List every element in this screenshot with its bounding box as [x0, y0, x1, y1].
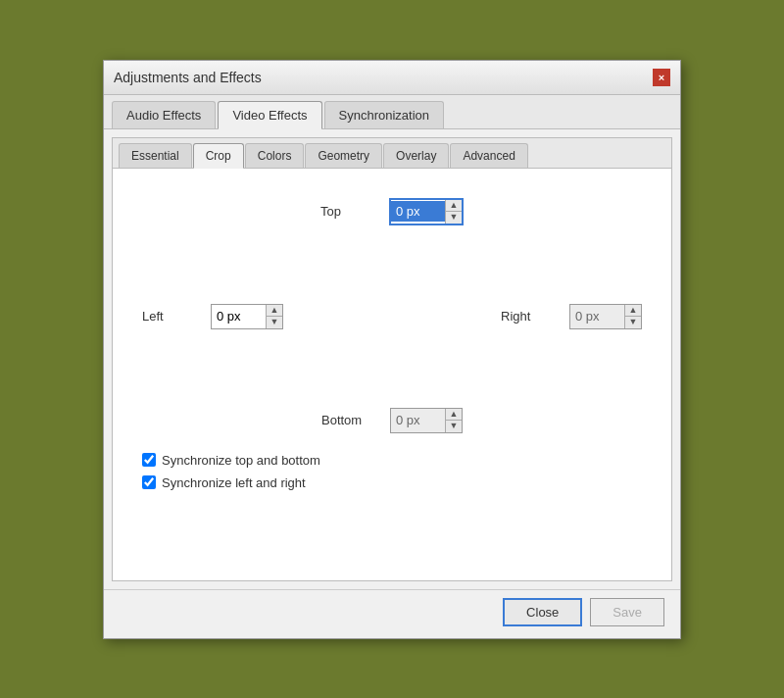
tab-synchronization[interactable]: Synchronization: [324, 101, 445, 128]
right-spinbox-down[interactable]: ▼: [625, 317, 641, 328]
tab-video-effects[interactable]: Video Effects: [218, 101, 321, 129]
bottom-label: Bottom: [321, 413, 380, 427]
dialog-footer: Close Save: [104, 589, 680, 638]
left-spinbox-down[interactable]: ▼: [267, 317, 282, 328]
bottom-field-row: Bottom ▲ ▼: [142, 408, 642, 433]
dialog-title: Adjustments and Effects: [114, 70, 262, 85]
left-field: Left ▲ ▼: [142, 304, 283, 329]
top-label: Top: [320, 204, 379, 219]
title-close-button[interactable]: ×: [653, 69, 670, 86]
bottom-spinbox-down[interactable]: ▼: [446, 421, 462, 432]
right-spinbox-up[interactable]: ▲: [625, 305, 641, 317]
content-area: Essential Crop Colors Geometry Overlay A…: [112, 137, 672, 581]
right-spinbox-buttons: ▲ ▼: [624, 305, 641, 328]
sync-top-bottom-label: Synchronize top and bottom: [162, 453, 320, 468]
left-spinbox-up[interactable]: ▲: [267, 305, 282, 317]
top-spinbox-down[interactable]: ▼: [446, 212, 462, 224]
left-label: Left: [142, 309, 201, 324]
bottom-spinbox[interactable]: ▲ ▼: [390, 408, 463, 433]
top-field-row: Top ▲ ▼: [142, 198, 642, 225]
close-button[interactable]: Close: [503, 598, 582, 626]
subtab-geometry[interactable]: Geometry: [305, 143, 382, 168]
top-spinbox-buttons: ▲ ▼: [445, 200, 462, 224]
sub-tab-bar: Essential Crop Colors Geometry Overlay A…: [113, 138, 671, 169]
subtab-colors[interactable]: Colors: [245, 143, 305, 168]
sync-top-bottom-checkbox[interactable]: [142, 453, 156, 467]
top-spinbox-up[interactable]: ▲: [446, 200, 462, 212]
sync-left-right-label: Synchronize left and right: [162, 475, 306, 490]
title-bar: Adjustments and Effects ×: [104, 61, 680, 95]
bottom-input[interactable]: [391, 410, 445, 430]
sync-left-right-checkbox[interactable]: [142, 475, 156, 489]
right-field: Right ▲ ▼: [501, 304, 642, 329]
top-spinbox[interactable]: ▲ ▼: [389, 198, 464, 225]
right-label: Right: [501, 309, 560, 324]
left-spinbox[interactable]: ▲ ▼: [211, 304, 283, 329]
right-input[interactable]: [570, 306, 624, 326]
adjustments-dialog: Adjustments and Effects × Audio Effects …: [103, 60, 681, 639]
subtab-advanced[interactable]: Advanced: [450, 143, 527, 168]
top-tab-bar: Audio Effects Video Effects Synchronizat…: [104, 95, 680, 129]
subtab-overlay[interactable]: Overlay: [383, 143, 449, 168]
bottom-spinbox-up[interactable]: ▲: [446, 409, 462, 421]
right-spinbox[interactable]: ▲ ▼: [569, 304, 642, 329]
left-spinbox-buttons: ▲ ▼: [266, 305, 282, 328]
sync-left-right-row: Synchronize left and right: [142, 475, 642, 490]
crop-panel: Top ▲ ▼ Left ▲ ▼: [113, 169, 671, 580]
left-input[interactable]: [212, 306, 266, 326]
bottom-spinbox-buttons: ▲ ▼: [445, 409, 462, 432]
top-input[interactable]: [391, 201, 445, 222]
sync-top-bottom-row: Synchronize top and bottom: [142, 453, 642, 468]
save-button[interactable]: Save: [590, 598, 664, 626]
subtab-crop[interactable]: Crop: [193, 143, 244, 169]
tab-audio-effects[interactable]: Audio Effects: [112, 101, 216, 128]
middle-field-row: Left ▲ ▼ Right ▲: [142, 304, 642, 329]
subtab-essential[interactable]: Essential: [119, 143, 192, 168]
